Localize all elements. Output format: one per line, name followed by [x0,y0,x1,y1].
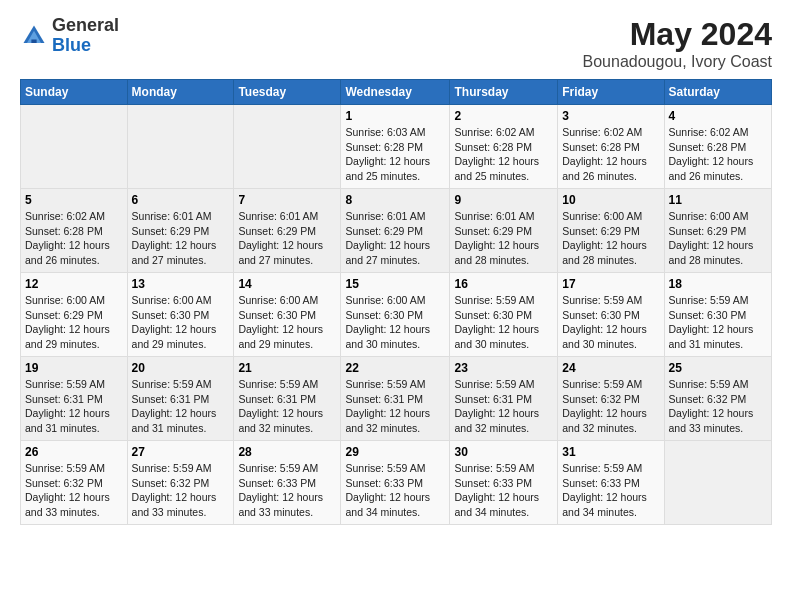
day-info: Sunrise: 5:59 AM Sunset: 6:33 PM Dayligh… [562,461,659,520]
table-row: 25Sunrise: 5:59 AM Sunset: 6:32 PM Dayli… [664,357,771,441]
day-number: 6 [132,193,230,207]
day-number: 12 [25,277,123,291]
table-row [664,441,771,525]
logo: General Blue [20,16,119,56]
day-info: Sunrise: 6:00 AM Sunset: 6:30 PM Dayligh… [132,293,230,352]
day-info: Sunrise: 6:01 AM Sunset: 6:29 PM Dayligh… [238,209,336,268]
day-info: Sunrise: 5:59 AM Sunset: 6:32 PM Dayligh… [562,377,659,436]
day-number: 4 [669,109,767,123]
day-number: 9 [454,193,553,207]
day-number: 19 [25,361,123,375]
day-info: Sunrise: 6:02 AM Sunset: 6:28 PM Dayligh… [562,125,659,184]
day-info: Sunrise: 6:02 AM Sunset: 6:28 PM Dayligh… [669,125,767,184]
day-number: 11 [669,193,767,207]
day-number: 3 [562,109,659,123]
calendar-body: 1Sunrise: 6:03 AM Sunset: 6:28 PM Daylig… [21,105,772,525]
day-info: Sunrise: 6:01 AM Sunset: 6:29 PM Dayligh… [132,209,230,268]
table-row: 1Sunrise: 6:03 AM Sunset: 6:28 PM Daylig… [341,105,450,189]
day-info: Sunrise: 5:59 AM Sunset: 6:30 PM Dayligh… [454,293,553,352]
table-row: 2Sunrise: 6:02 AM Sunset: 6:28 PM Daylig… [450,105,558,189]
day-number: 15 [345,277,445,291]
table-row: 24Sunrise: 5:59 AM Sunset: 6:32 PM Dayli… [558,357,664,441]
logo-blue-text: Blue [52,35,91,55]
table-row: 18Sunrise: 5:59 AM Sunset: 6:30 PM Dayli… [664,273,771,357]
table-row: 11Sunrise: 6:00 AM Sunset: 6:29 PM Dayli… [664,189,771,273]
day-number: 1 [345,109,445,123]
day-number: 2 [454,109,553,123]
day-number: 25 [669,361,767,375]
day-number: 23 [454,361,553,375]
table-row: 23Sunrise: 5:59 AM Sunset: 6:31 PM Dayli… [450,357,558,441]
day-number: 21 [238,361,336,375]
table-row: 15Sunrise: 6:00 AM Sunset: 6:30 PM Dayli… [341,273,450,357]
day-number: 20 [132,361,230,375]
day-number: 28 [238,445,336,459]
table-row: 21Sunrise: 5:59 AM Sunset: 6:31 PM Dayli… [234,357,341,441]
table-row [234,105,341,189]
day-info: Sunrise: 6:00 AM Sunset: 6:29 PM Dayligh… [669,209,767,268]
day-info: Sunrise: 5:59 AM Sunset: 6:31 PM Dayligh… [132,377,230,436]
day-info: Sunrise: 6:00 AM Sunset: 6:29 PM Dayligh… [562,209,659,268]
header-friday: Friday [558,80,664,105]
table-row: 3Sunrise: 6:02 AM Sunset: 6:28 PM Daylig… [558,105,664,189]
table-row [21,105,128,189]
table-row [127,105,234,189]
day-number: 7 [238,193,336,207]
day-number: 29 [345,445,445,459]
day-number: 5 [25,193,123,207]
day-number: 22 [345,361,445,375]
day-number: 14 [238,277,336,291]
table-row: 31Sunrise: 5:59 AM Sunset: 6:33 PM Dayli… [558,441,664,525]
day-number: 30 [454,445,553,459]
day-info: Sunrise: 6:00 AM Sunset: 6:30 PM Dayligh… [345,293,445,352]
day-info: Sunrise: 5:59 AM Sunset: 6:31 PM Dayligh… [238,377,336,436]
day-info: Sunrise: 5:59 AM Sunset: 6:32 PM Dayligh… [669,377,767,436]
location: Bounadougou, Ivory Coast [583,53,772,71]
table-row: 10Sunrise: 6:00 AM Sunset: 6:29 PM Dayli… [558,189,664,273]
day-info: Sunrise: 5:59 AM Sunset: 6:33 PM Dayligh… [345,461,445,520]
table-row: 9Sunrise: 6:01 AM Sunset: 6:29 PM Daylig… [450,189,558,273]
calendar-header: Sunday Monday Tuesday Wednesday Thursday… [21,80,772,105]
day-info: Sunrise: 5:59 AM Sunset: 6:30 PM Dayligh… [669,293,767,352]
day-info: Sunrise: 5:59 AM Sunset: 6:31 PM Dayligh… [345,377,445,436]
day-number: 17 [562,277,659,291]
day-number: 16 [454,277,553,291]
day-number: 13 [132,277,230,291]
table-row: 26Sunrise: 5:59 AM Sunset: 6:32 PM Dayli… [21,441,128,525]
day-number: 8 [345,193,445,207]
day-info: Sunrise: 5:59 AM Sunset: 6:31 PM Dayligh… [25,377,123,436]
table-row: 13Sunrise: 6:00 AM Sunset: 6:30 PM Dayli… [127,273,234,357]
logo-icon [20,22,48,50]
day-number: 18 [669,277,767,291]
table-row: 17Sunrise: 5:59 AM Sunset: 6:30 PM Dayli… [558,273,664,357]
header-tuesday: Tuesday [234,80,341,105]
day-info: Sunrise: 5:59 AM Sunset: 6:31 PM Dayligh… [454,377,553,436]
table-row: 6Sunrise: 6:01 AM Sunset: 6:29 PM Daylig… [127,189,234,273]
day-info: Sunrise: 6:01 AM Sunset: 6:29 PM Dayligh… [345,209,445,268]
day-number: 31 [562,445,659,459]
day-info: Sunrise: 6:03 AM Sunset: 6:28 PM Dayligh… [345,125,445,184]
day-info: Sunrise: 6:00 AM Sunset: 6:30 PM Dayligh… [238,293,336,352]
day-info: Sunrise: 6:02 AM Sunset: 6:28 PM Dayligh… [454,125,553,184]
table-row: 7Sunrise: 6:01 AM Sunset: 6:29 PM Daylig… [234,189,341,273]
table-row: 20Sunrise: 5:59 AM Sunset: 6:31 PM Dayli… [127,357,234,441]
header-sunday: Sunday [21,80,128,105]
table-row: 28Sunrise: 5:59 AM Sunset: 6:33 PM Dayli… [234,441,341,525]
day-info: Sunrise: 5:59 AM Sunset: 6:32 PM Dayligh… [132,461,230,520]
day-info: Sunrise: 6:00 AM Sunset: 6:29 PM Dayligh… [25,293,123,352]
day-info: Sunrise: 5:59 AM Sunset: 6:32 PM Dayligh… [25,461,123,520]
table-row: 22Sunrise: 5:59 AM Sunset: 6:31 PM Dayli… [341,357,450,441]
table-row: 27Sunrise: 5:59 AM Sunset: 6:32 PM Dayli… [127,441,234,525]
table-row: 5Sunrise: 6:02 AM Sunset: 6:28 PM Daylig… [21,189,128,273]
table-row: 16Sunrise: 5:59 AM Sunset: 6:30 PM Dayli… [450,273,558,357]
month-year: May 2024 [583,16,772,53]
day-info: Sunrise: 6:01 AM Sunset: 6:29 PM Dayligh… [454,209,553,268]
day-number: 26 [25,445,123,459]
header: General Blue May 2024 Bounadougou, Ivory… [20,16,772,71]
day-info: Sunrise: 5:59 AM Sunset: 6:30 PM Dayligh… [562,293,659,352]
day-number: 27 [132,445,230,459]
table-row: 4Sunrise: 6:02 AM Sunset: 6:28 PM Daylig… [664,105,771,189]
day-info: Sunrise: 5:59 AM Sunset: 6:33 PM Dayligh… [454,461,553,520]
table-row: 19Sunrise: 5:59 AM Sunset: 6:31 PM Dayli… [21,357,128,441]
header-wednesday: Wednesday [341,80,450,105]
